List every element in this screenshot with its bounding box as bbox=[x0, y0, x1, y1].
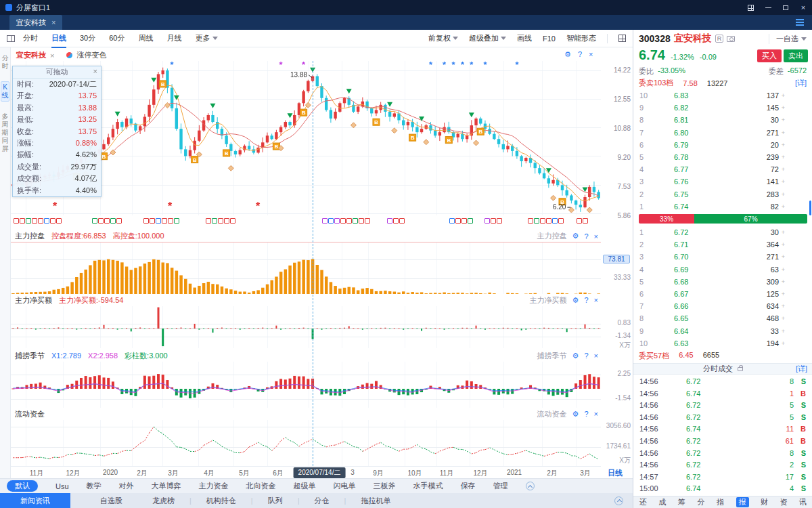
strip-marker[interactable] bbox=[26, 218, 31, 224]
strip-marker[interactable] bbox=[558, 218, 564, 224]
strip-marker[interactable] bbox=[224, 218, 229, 224]
strip-marker[interactable] bbox=[44, 218, 49, 224]
layout-tab-3[interactable]: 对外 bbox=[119, 481, 134, 491]
strip-marker[interactable] bbox=[577, 218, 582, 224]
quote-tab-6[interactable]: 财 bbox=[761, 497, 768, 507]
info-tab-3[interactable]: 机构持仓 bbox=[206, 496, 236, 506]
timesales-detail-link[interactable]: [详] bbox=[796, 364, 807, 374]
layout-tab-2[interactable]: 教学 bbox=[87, 481, 102, 491]
quote-tab-7[interactable]: 资 bbox=[780, 497, 788, 507]
strip-marker[interactable] bbox=[162, 218, 167, 224]
layout-tab-11[interactable]: 保存 bbox=[461, 481, 476, 491]
maximize-icon[interactable] bbox=[777, 0, 794, 15]
tab-close-icon[interactable]: × bbox=[51, 18, 55, 26]
zhuli-kongpan-chart[interactable] bbox=[11, 242, 601, 294]
limit-color-label[interactable]: 涨停变色 bbox=[76, 50, 106, 60]
strip-marker[interactable] bbox=[359, 218, 364, 224]
strip-marker[interactable] bbox=[491, 218, 496, 224]
ask-row[interactable]: 26.75283+ bbox=[633, 188, 812, 200]
period-tab-2[interactable]: 30分 bbox=[80, 33, 95, 43]
help-icon[interactable]: ? bbox=[584, 352, 588, 360]
bulao-jijie-chart[interactable] bbox=[11, 362, 601, 408]
left-rail-item-1[interactable]: K线 bbox=[1, 81, 9, 102]
strip-marker[interactable] bbox=[218, 218, 223, 224]
layout-tab-0[interactable]: 默认 bbox=[7, 480, 38, 492]
timesales-row[interactable]: 14:566.728S bbox=[633, 376, 812, 388]
layout-tab-4[interactable]: 大单博弈 bbox=[152, 481, 181, 491]
layout-tab-10[interactable]: 水手模式 bbox=[413, 481, 443, 491]
info-tab-5[interactable]: 分仓 bbox=[315, 496, 330, 506]
sell-button[interactable]: 卖出 bbox=[784, 49, 808, 62]
period-tab-0[interactable]: 分时 bbox=[23, 33, 38, 43]
tooltip-close-icon[interactable]: × bbox=[93, 67, 97, 75]
info-tab-4[interactable]: 队列 bbox=[268, 496, 283, 506]
menu-icon[interactable] bbox=[796, 19, 804, 26]
strip-marker[interactable] bbox=[20, 218, 25, 224]
indicator-name-1[interactable]: 主力净买额 bbox=[15, 295, 52, 305]
ohlc-tooltip[interactable]: 可拖动 × 时间:2020-07-14/二开盘:13.75最高:13.88最低:… bbox=[12, 66, 102, 197]
quote-tab-2[interactable]: 筹 bbox=[678, 497, 685, 507]
legend-close-icon[interactable]: × bbox=[50, 51, 54, 60]
strip-marker[interactable] bbox=[461, 218, 467, 224]
tooltip-header[interactable]: 可拖动 × bbox=[13, 66, 101, 79]
watchlist-button[interactable]: 一自选 bbox=[769, 34, 807, 44]
strip-marker[interactable] bbox=[230, 218, 235, 224]
layout-tab-7[interactable]: 超级单 bbox=[294, 481, 316, 491]
ask-row[interactable]: 86.8130+ bbox=[633, 114, 812, 126]
help-icon[interactable]: ? bbox=[584, 232, 588, 240]
split-view-icon[interactable] bbox=[7, 35, 15, 42]
timesales-row[interactable]: 14:566.7261B bbox=[633, 436, 812, 448]
help-icon[interactable]: ? bbox=[584, 410, 588, 418]
ask-row[interactable]: 16.7482+ bbox=[633, 200, 812, 213]
period-tab-3[interactable]: 60分 bbox=[109, 33, 125, 43]
bid-row[interactable]: 16.7230+ bbox=[633, 226, 812, 238]
ask-row[interactable]: 76.80271+ bbox=[633, 127, 812, 139]
close-icon[interactable]: × bbox=[794, 0, 812, 15]
info-tab-6[interactable]: 拖拉机单 bbox=[361, 496, 390, 506]
timesales-row[interactable]: 14:576.7217S bbox=[633, 471, 812, 484]
gear-icon[interactable]: ⚙ bbox=[572, 410, 579, 419]
toolbar-action-2[interactable]: 画线 bbox=[517, 33, 532, 43]
strip-marker[interactable] bbox=[484, 218, 490, 224]
bid-row[interactable]: 76.66634+ bbox=[633, 300, 812, 312]
strip-marker[interactable] bbox=[353, 218, 358, 224]
left-rail-item-2[interactable]: 多周期同屏 bbox=[1, 112, 9, 153]
gear-icon[interactable]: ⚙ bbox=[572, 232, 579, 240]
timesales-row[interactable]: 14:566.725S bbox=[633, 412, 812, 424]
chevron-up-icon[interactable] bbox=[526, 482, 535, 490]
timesales-row[interactable]: 14:566.7411B bbox=[633, 423, 812, 436]
help-icon[interactable]: ? bbox=[578, 50, 582, 59]
strip-marker[interactable] bbox=[340, 218, 346, 224]
left-rail-item-0[interactable]: 分时 bbox=[1, 54, 9, 70]
toolbar-action-3[interactable]: F10 bbox=[543, 35, 556, 43]
layout-tab-9[interactable]: 三板斧 bbox=[374, 481, 396, 491]
stock-name[interactable]: 宜安科技 bbox=[674, 33, 712, 45]
camera-icon[interactable] bbox=[727, 36, 735, 42]
strip-marker[interactable] bbox=[365, 218, 370, 224]
strip-marker[interactable] bbox=[468, 218, 473, 224]
strip-marker[interactable] bbox=[38, 218, 43, 224]
gear-icon[interactable]: ⚙ bbox=[572, 296, 579, 305]
bid-row[interactable]: 26.71364+ bbox=[633, 238, 812, 251]
layout-icon[interactable] bbox=[742, 0, 759, 15]
grid-layout-icon[interactable] bbox=[618, 35, 626, 42]
ask-row[interactable]: 66.7920+ bbox=[633, 139, 812, 151]
strip-marker[interactable] bbox=[534, 218, 539, 224]
strip-marker[interactable] bbox=[393, 218, 399, 224]
panel-close-icon[interactable]: × bbox=[589, 50, 593, 59]
more-button[interactable]: 更多 bbox=[196, 33, 218, 43]
quote-tab-5[interactable]: 报 bbox=[736, 497, 749, 507]
bid-row[interactable]: 106.63194+ bbox=[633, 337, 812, 350]
help-icon[interactable]: ? bbox=[584, 296, 588, 304]
timesales-row[interactable]: 15:006.744S bbox=[633, 483, 812, 495]
strip-marker[interactable] bbox=[449, 218, 455, 224]
strip-marker[interactable] bbox=[32, 218, 37, 224]
strip-marker[interactable] bbox=[206, 218, 211, 224]
strip-marker[interactable] bbox=[322, 218, 328, 224]
buy-button[interactable]: 买入 bbox=[757, 49, 782, 62]
ask-row[interactable]: 96.82145+ bbox=[633, 102, 812, 114]
strip-marker[interactable] bbox=[156, 218, 161, 224]
toolbar-action-4[interactable]: 智能形态 bbox=[566, 33, 596, 43]
toolbar-action-0[interactable]: 前复权 bbox=[428, 33, 458, 43]
strip-marker[interactable] bbox=[92, 218, 97, 224]
